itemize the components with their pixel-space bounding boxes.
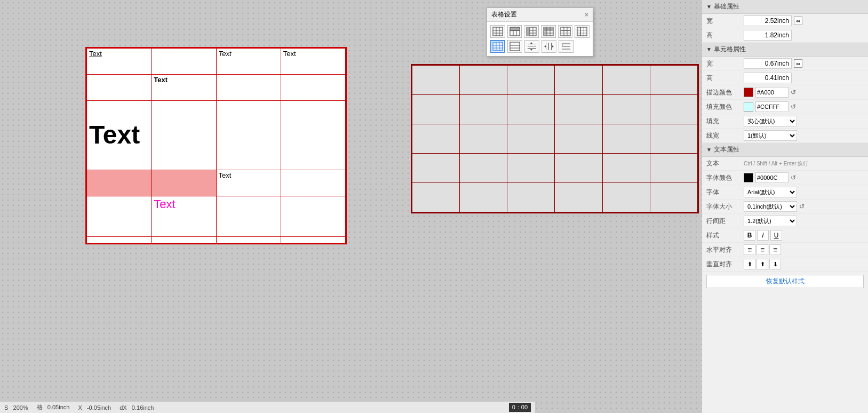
right-cell[interactable] xyxy=(555,66,602,95)
fill-select[interactable]: 实心(默认) xyxy=(744,116,797,126)
border-color-refresh[interactable]: ↺ xyxy=(791,89,796,96)
right-cell[interactable] xyxy=(412,183,460,212)
right-cell[interactable] xyxy=(507,154,555,183)
h-align-center-button[interactable]: ≡ xyxy=(756,244,768,255)
table-icon-btn-1[interactable] xyxy=(490,25,505,38)
fill-color-input[interactable] xyxy=(755,101,789,112)
cell-4-0[interactable] xyxy=(87,196,152,236)
cell-properties-section[interactable]: ▼ 单元格属性 xyxy=(702,43,868,57)
cell-height-input[interactable] xyxy=(744,73,792,83)
font-size-select[interactable]: 0.1inch(默认) xyxy=(744,201,797,212)
cell-2-1[interactable] xyxy=(152,100,216,170)
right-cell[interactable] xyxy=(602,66,650,95)
cell-width-input[interactable] xyxy=(744,58,792,69)
dialog-close-button[interactable]: × xyxy=(585,11,588,19)
cell-3-0[interactable] xyxy=(87,170,152,196)
v-align-middle-button[interactable]: ⬆ xyxy=(756,259,768,269)
width-input[interactable] xyxy=(744,15,792,26)
font-size-refresh[interactable]: ↺ xyxy=(799,203,805,210)
line-spacing-select[interactable]: 1.2(默认) xyxy=(744,216,797,226)
height-input[interactable] xyxy=(744,30,792,41)
v-align-top-button[interactable]: ⬆ xyxy=(744,259,755,269)
cell-0-0[interactable]: Text xyxy=(87,49,152,75)
right-cell[interactable] xyxy=(602,124,650,154)
right-cell[interactable] xyxy=(460,183,507,212)
right-cell[interactable] xyxy=(602,183,650,212)
cell-2-0[interactable]: Text xyxy=(87,100,152,170)
table-icon-btn-2[interactable] xyxy=(507,25,522,38)
right-cell[interactable] xyxy=(602,154,650,183)
cell-1-2[interactable] xyxy=(216,74,281,100)
right-cell[interactable] xyxy=(412,66,460,95)
table-icon-btn-10[interactable] xyxy=(541,40,556,53)
cell-0-2[interactable]: Text xyxy=(216,49,281,75)
table-right[interactable] xyxy=(411,64,699,213)
table-icon-btn-9[interactable] xyxy=(524,40,539,53)
canvas-area[interactable]: 表格设置 × xyxy=(0,0,702,413)
right-cell[interactable] xyxy=(507,66,555,95)
table-icon-btn-8[interactable] xyxy=(507,40,522,53)
table-icon-btn-11[interactable]: ≡ xyxy=(559,40,574,53)
right-cell[interactable] xyxy=(650,154,697,183)
h-align-right-button[interactable]: ≡ xyxy=(769,244,781,255)
cell-3-1[interactable] xyxy=(152,170,216,196)
table-left[interactable]: Text Text Text Text Text xyxy=(85,47,347,244)
cell-3-3[interactable] xyxy=(281,170,345,196)
resize-handle-cell-width[interactable]: ⇔ xyxy=(794,59,802,68)
underline-button[interactable]: U xyxy=(770,230,782,241)
cell-2-2[interactable] xyxy=(216,100,281,170)
font-select[interactable]: Arial(默认) xyxy=(744,187,797,197)
cell-5-2[interactable] xyxy=(216,236,281,243)
table-icon-btn-5[interactable] xyxy=(558,25,573,38)
table-icon-btn-4[interactable] xyxy=(541,25,556,38)
border-color-swatch[interactable] xyxy=(744,88,753,97)
table-icon-btn-6[interactable] xyxy=(575,25,590,38)
right-cell[interactable] xyxy=(650,66,697,95)
cell-3-2[interactable]: Text xyxy=(216,170,281,196)
cell-4-2[interactable] xyxy=(216,196,281,236)
cell-2-3[interactable] xyxy=(281,100,345,170)
cell-5-0[interactable] xyxy=(87,236,152,243)
font-color-refresh[interactable]: ↺ xyxy=(791,174,796,181)
right-cell[interactable] xyxy=(650,124,697,154)
cell-1-3[interactable] xyxy=(281,74,345,100)
resize-handle-width[interactable]: ⇔ xyxy=(794,17,802,25)
right-cell[interactable] xyxy=(460,95,507,124)
bold-button[interactable]: B xyxy=(744,230,755,241)
cell-4-3[interactable] xyxy=(281,196,345,236)
right-cell[interactable] xyxy=(460,154,507,183)
basic-properties-section[interactable]: ▼ 基础属性 xyxy=(702,0,868,14)
text-properties-section[interactable]: ▼ 文本属性 xyxy=(702,143,868,157)
right-cell[interactable] xyxy=(412,154,460,183)
cell-1-1[interactable]: Text xyxy=(152,74,216,100)
cell-1-0[interactable] xyxy=(87,74,152,100)
table-icon-btn-7[interactable] xyxy=(490,40,505,53)
right-cell[interactable] xyxy=(650,95,697,124)
right-cell[interactable] xyxy=(555,124,602,154)
right-cell[interactable] xyxy=(460,124,507,154)
cell-4-1[interactable]: Text xyxy=(152,196,216,236)
fill-color-swatch[interactable] xyxy=(744,102,753,112)
right-cell[interactable] xyxy=(507,183,555,212)
italic-button[interactable]: I xyxy=(757,230,769,241)
right-cell[interactable] xyxy=(460,66,507,95)
line-width-select[interactable]: 1(默认) xyxy=(744,130,797,141)
right-cell[interactable] xyxy=(507,124,555,154)
font-color-swatch[interactable] xyxy=(744,173,753,182)
right-cell[interactable] xyxy=(650,183,697,212)
cell-0-1[interactable] xyxy=(152,49,216,75)
right-cell[interactable] xyxy=(412,124,460,154)
right-cell[interactable] xyxy=(555,154,602,183)
table-icon-btn-3[interactable] xyxy=(524,25,539,38)
border-color-input[interactable] xyxy=(755,87,789,98)
right-cell[interactable] xyxy=(555,183,602,212)
cell-5-3[interactable] xyxy=(281,236,345,243)
restore-default-button[interactable]: 恢复默认样式 xyxy=(706,275,864,288)
cell-0-3[interactable]: Text xyxy=(281,49,345,75)
right-cell[interactable] xyxy=(602,95,650,124)
font-color-input[interactable] xyxy=(755,172,789,183)
fill-color-refresh[interactable]: ↺ xyxy=(791,103,796,110)
h-align-left-button[interactable]: ≡ xyxy=(744,244,755,255)
v-align-bottom-button[interactable]: ⬇ xyxy=(769,259,781,269)
right-cell[interactable] xyxy=(555,95,602,124)
